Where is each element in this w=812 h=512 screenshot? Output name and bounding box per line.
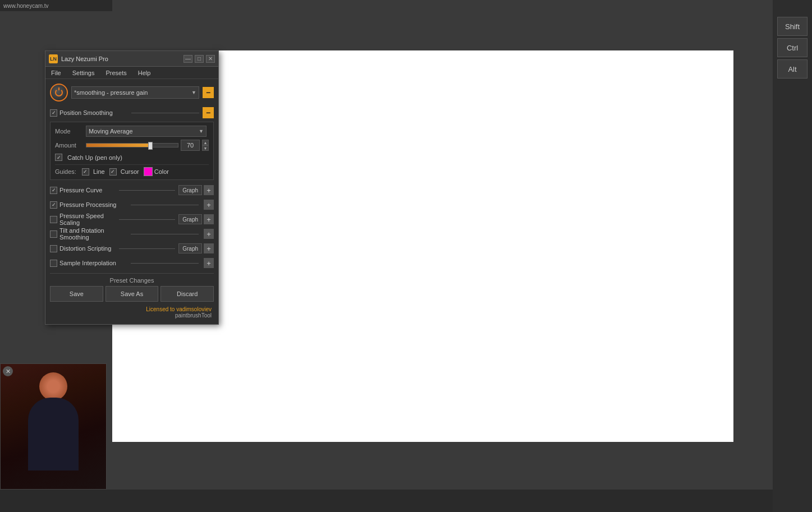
section-pressure-processing: Pressure Processing+ — [50, 198, 214, 211]
app-logo: LN — [49, 54, 58, 63]
amount-input[interactable]: 70 — [181, 140, 200, 151]
app-window: LN Lazy Nezumi Pro — □ ✕ File Settings P… — [45, 50, 219, 325]
power-button[interactable] — [50, 84, 68, 102]
mode-label: Mode — [55, 128, 86, 135]
sections-container: Pressure CurveGraph+Pressure Processing+… — [50, 183, 214, 270]
save-button[interactable]: Save — [50, 286, 103, 302]
distortion-scripting-checkbox[interactable] — [50, 245, 57, 252]
shift-key[interactable]: Shift — [777, 17, 808, 36]
footer: Licensed to vadimsoloviev paintbrushTool — [50, 305, 214, 320]
pressure-curve-label: Pressure Curve — [59, 187, 116, 193]
sample-interpolation-label: Sample Interpolation — [59, 260, 127, 266]
spin-down[interactable]: ▼ — [202, 145, 209, 151]
preset-dropdown[interactable]: *smoothing - pressure gain ▼ — [71, 86, 199, 99]
preset-changes-label: Preset Changes — [50, 273, 214, 284]
pressure-speed-scaling-line — [119, 219, 175, 220]
distortion-scripting-label: Distortion Scripting — [59, 245, 116, 252]
save-as-button[interactable]: Save As — [105, 286, 159, 302]
guide-cursor-item: Cursor — [109, 168, 139, 176]
menu-bar: File Settings Presets Help — [45, 67, 218, 79]
guide-color-item: Color — [144, 167, 169, 176]
dropdown-arrow-icon: ▼ — [191, 90, 196, 95]
minimize-button[interactable]: — — [183, 55, 192, 63]
guide-cursor-label: Cursor — [121, 168, 139, 175]
amount-spinners: ▲ ▼ — [202, 140, 209, 151]
pressure-curve-graph-button[interactable]: Graph — [178, 185, 202, 195]
pressure-processing-checkbox[interactable] — [50, 201, 57, 209]
guide-color-label: Color — [154, 168, 169, 175]
pressure-curve-plus-button[interactable]: + — [204, 185, 214, 195]
catchup-checkbox[interactable] — [55, 154, 62, 161]
slider-fill — [86, 144, 150, 147]
licensed-text: Licensed to vadimsoloviev — [52, 306, 212, 312]
ctrl-key[interactable]: Ctrl — [777, 38, 808, 57]
tilt-rotation-smoothing-plus-button[interactable]: + — [204, 229, 214, 239]
section-pressure-speed-scaling: Pressure Speed ScalingGraph+ — [50, 213, 214, 226]
amount-row: Amount 70 ▲ ▼ — [55, 140, 209, 151]
browser-bar: www.honeycam.tv — [0, 0, 112, 11]
pressure-speed-scaling-plus-button[interactable]: + — [204, 214, 214, 224]
color-swatch[interactable] — [144, 167, 153, 176]
slider-thumb[interactable] — [148, 142, 153, 150]
pressure-speed-scaling-checkbox[interactable] — [50, 216, 57, 223]
guide-line-checkbox[interactable] — [82, 168, 89, 176]
catchup-label: Catch Up (pen only) — [67, 154, 122, 161]
mode-select[interactable]: Moving Average ▼ — [86, 126, 207, 137]
menu-settings[interactable]: Settings — [70, 68, 97, 77]
guide-cursor-checkbox[interactable] — [109, 168, 117, 176]
pressure-processing-label: Pressure Processing — [59, 201, 127, 208]
pressure-curve-checkbox[interactable] — [50, 187, 57, 194]
distortion-scripting-line — [119, 248, 175, 249]
position-smoothing-label: Position Smoothing — [59, 109, 128, 116]
tool-text: paintbrushTool — [52, 312, 212, 319]
sample-interpolation-plus-button[interactable]: + — [204, 258, 214, 268]
webcam-overlay: ✕ — [0, 363, 107, 490]
mode-row: Mode Moving Average ▼ — [55, 126, 209, 137]
discard-button[interactable]: Discard — [160, 286, 214, 302]
pressure-curve-line — [119, 190, 175, 191]
position-smoothing-checkbox[interactable] — [50, 109, 57, 117]
pressure-processing-plus-button[interactable]: + — [204, 200, 214, 210]
position-smoothing-collapse[interactable]: − — [203, 107, 214, 118]
sample-interpolation-line — [131, 263, 199, 264]
distortion-scripting-graph-button[interactable]: Graph — [178, 243, 202, 253]
guide-line-label: Line — [93, 168, 105, 175]
webcam-close-button[interactable]: ✕ — [3, 366, 13, 376]
action-buttons: Save Save As Discard — [50, 286, 214, 302]
position-smoothing-line — [131, 113, 200, 113]
menu-presets[interactable]: Presets — [103, 68, 129, 77]
person-body — [28, 398, 79, 471]
guides-label: Guides: — [55, 168, 76, 175]
mode-value: Moving Average — [89, 128, 133, 135]
menu-file[interactable]: File — [49, 68, 63, 77]
distortion-scripting-plus-button[interactable]: + — [204, 243, 214, 253]
sample-interpolation-checkbox[interactable] — [50, 260, 57, 267]
guide-line-item: Line — [82, 168, 105, 176]
pressure-processing-line — [131, 205, 199, 205]
amount-label: Amount — [55, 142, 86, 149]
mode-arrow-icon: ▼ — [199, 128, 204, 134]
tilt-rotation-smoothing-line — [131, 234, 199, 234]
bottom-bar — [0, 490, 812, 512]
spin-up[interactable]: ▲ — [202, 140, 209, 145]
app-title: Lazy Nezumi Pro — [61, 56, 183, 62]
person-head — [39, 372, 67, 400]
amount-slider-container: 70 ▲ ▼ — [86, 140, 209, 151]
section-pressure-curve: Pressure CurveGraph+ — [50, 183, 214, 197]
tilt-rotation-smoothing-label: Tilt and Rotation Smoothing — [59, 227, 127, 241]
pressure-speed-scaling-graph-button[interactable]: Graph — [178, 214, 202, 224]
tilt-rotation-smoothing-checkbox[interactable] — [50, 230, 57, 238]
close-button[interactable]: ✕ — [206, 55, 215, 63]
menu-help[interactable]: Help — [136, 68, 153, 77]
title-bar: LN Lazy Nezumi Pro — □ ✕ — [45, 51, 218, 67]
title-bar-controls: — □ ✕ — [183, 55, 215, 63]
keyboard-panel: Shift Ctrl Alt — [773, 0, 812, 512]
section-sample-interpolation: Sample Interpolation+ — [50, 256, 214, 270]
preset-minus-button[interactable]: − — [203, 87, 214, 98]
webcam-image — [1, 364, 106, 489]
maximize-button[interactable]: □ — [195, 55, 204, 63]
smoothing-inner-panel: Mode Moving Average ▼ Amount 70 — [50, 122, 214, 180]
alt-key[interactable]: Alt — [777, 59, 808, 79]
amount-slider[interactable] — [86, 143, 178, 147]
catchup-row: Catch Up (pen only) — [55, 154, 209, 161]
